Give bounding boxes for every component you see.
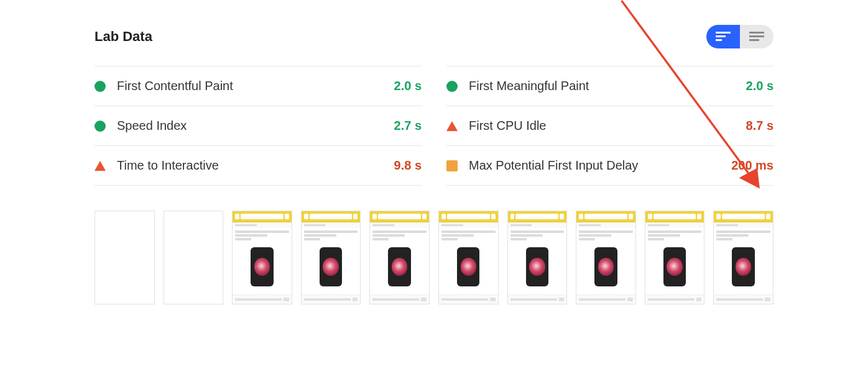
thumb-body (714, 228, 773, 294)
phone-icon (663, 247, 686, 286)
thumb-toolbar (645, 211, 704, 222)
svg-rect-5 (749, 39, 759, 41)
thumb-footer (233, 294, 292, 304)
metric-label: First Contentful Paint (117, 79, 383, 93)
metric-label: Max Potential First Input Delay (469, 158, 720, 173)
filmstrip-frame[interactable] (507, 211, 568, 304)
metric-row[interactable]: Max Potential First Input Delay200 ms (446, 145, 773, 186)
section-title: Lab Data (95, 29, 152, 45)
filmstrip (37, 186, 831, 304)
thumb-crumbs (576, 222, 635, 228)
thumb-crumbs (302, 222, 361, 228)
thumb-toolbar (370, 211, 429, 222)
thumb-body (302, 228, 361, 294)
pass-status-icon (446, 81, 458, 92)
metric-row[interactable]: First Contentful Paint2.0 s (95, 66, 422, 106)
phone-icon (457, 247, 479, 286)
thumb-body (645, 228, 704, 294)
filmstrip-frame[interactable] (232, 211, 292, 304)
metric-row[interactable]: Speed Index2.7 s (95, 106, 422, 145)
thumb-footer (508, 294, 567, 304)
phone-icon (320, 247, 342, 286)
pass-status-icon (95, 121, 106, 132)
filmstrip-frame[interactable] (95, 211, 155, 304)
metrics-col-left: First Contentful Paint2.0 sSpeed Index2.… (95, 66, 422, 186)
metrics-grid: First Contentful Paint2.0 sSpeed Index2.… (37, 66, 831, 186)
phone-icon (526, 247, 548, 286)
thumb-footer (370, 294, 429, 304)
metric-value: 2.0 s (394, 79, 422, 93)
svg-rect-1 (716, 35, 726, 37)
filmstrip-frame[interactable] (438, 211, 499, 304)
lab-data-header: Lab Data (37, 25, 831, 48)
pass-status-icon (95, 81, 106, 92)
phone-icon (732, 247, 754, 286)
filmstrip-frame[interactable] (164, 211, 224, 304)
list-lines-icon (749, 32, 764, 42)
metric-label: Time to Interactive (117, 158, 383, 173)
thumb-toolbar (233, 211, 292, 222)
thumb-footer (714, 294, 773, 304)
metric-label: First Meaningful Paint (469, 79, 735, 93)
thumb-toolbar (439, 211, 498, 222)
avg-status-icon (446, 160, 458, 171)
svg-rect-3 (749, 32, 764, 34)
view-toggle (706, 25, 773, 48)
metric-row[interactable]: First Meaningful Paint2.0 s (446, 66, 773, 106)
thumb-toolbar (714, 211, 773, 222)
phone-icon (594, 247, 617, 286)
thumb-toolbar (508, 211, 567, 222)
thumb-footer (576, 294, 635, 304)
thumb-body (370, 228, 429, 294)
view-toggle-chart-button[interactable] (706, 25, 740, 48)
thumb-toolbar (576, 211, 635, 222)
filmstrip-frame[interactable] (645, 211, 705, 304)
thumb-body (439, 228, 498, 294)
filmstrip-frame[interactable] (713, 211, 773, 304)
thumb-crumbs (439, 222, 498, 228)
metric-label: Speed Index (117, 119, 383, 133)
phone-icon (251, 247, 273, 286)
thumb-crumbs (233, 222, 292, 228)
filmstrip-frame[interactable] (301, 211, 361, 304)
svg-rect-2 (716, 39, 722, 41)
thumb-body (576, 228, 635, 294)
thumb-body (233, 228, 292, 294)
metric-value: 200 ms (731, 158, 773, 173)
metric-label: First CPU Idle (469, 119, 735, 133)
thumb-crumbs (714, 222, 773, 228)
svg-rect-4 (749, 35, 764, 37)
filmstrip-frame[interactable] (369, 211, 430, 304)
thumb-footer (302, 294, 361, 304)
thumb-body (508, 228, 567, 294)
thumb-crumbs (508, 222, 567, 228)
svg-rect-0 (716, 32, 731, 34)
metric-value: 2.7 s (394, 119, 422, 133)
metrics-col-right: First Meaningful Paint2.0 sFirst CPU Idl… (446, 66, 773, 186)
bars-left-icon (716, 32, 731, 42)
metric-row[interactable]: Time to Interactive9.8 s (95, 145, 422, 186)
view-toggle-list-button[interactable] (740, 25, 773, 48)
thumb-toolbar (302, 211, 361, 222)
filmstrip-frame[interactable] (576, 211, 636, 304)
metric-value: 9.8 s (394, 158, 422, 173)
warn-status-icon (446, 121, 458, 131)
thumb-crumbs (370, 222, 429, 228)
thumb-footer (645, 294, 704, 304)
thumb-crumbs (645, 222, 704, 228)
metric-value: 8.7 s (746, 119, 773, 133)
phone-icon (388, 247, 410, 286)
metric-row[interactable]: First CPU Idle8.7 s (446, 106, 773, 145)
metric-value: 2.0 s (746, 79, 773, 93)
warn-status-icon (95, 161, 106, 171)
thumb-footer (439, 294, 498, 304)
